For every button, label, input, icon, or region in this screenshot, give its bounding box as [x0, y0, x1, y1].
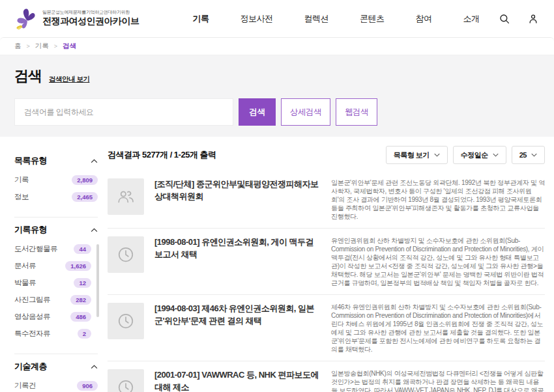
- facet-item[interactable]: 영상음성류 486: [14, 312, 91, 322]
- result-thumbnail: [108, 369, 144, 392]
- breadcrumb-home[interactable]: 홈: [14, 42, 22, 51]
- result-summary: 검색결과 5277개 / 1-25개 출력: [108, 149, 216, 161]
- butterfly-logo-icon: [14, 7, 38, 31]
- nav-item-collections[interactable]: 컬렉션: [289, 8, 345, 30]
- breadcrumb-records[interactable]: 기록: [35, 42, 49, 51]
- top-header: 일본군성노예제문제를기억하고연대하기위한 전쟁과여성인권아카이브 기록 정보사전…: [0, 0, 554, 37]
- facet-section-record-type: 기록유형 도서간행물류 44 문서류 1,626 박물류 12: [14, 217, 98, 354]
- result-title[interactable]: [2001-07-01] VAWWRAC 등, NHK 편파보도에 대해 제소: [154, 369, 321, 392]
- result-row: [2001-07-01] VAWWRAC 등, NHK 편파보도에 대해 제소 …: [108, 361, 545, 392]
- people-icon: [116, 187, 136, 206]
- result-thumbnail: [108, 236, 144, 273]
- breadcrumb-separator: >: [54, 43, 57, 49]
- clock-icon: [116, 245, 136, 264]
- advanced-search-button[interactable]: 상세검색: [281, 98, 330, 126]
- breadcrumb-search[interactable]: 검색: [63, 42, 76, 51]
- breadcrumb-separator: >: [27, 43, 30, 49]
- facet-item[interactable]: 문서류 1,626: [14, 261, 91, 271]
- facet-sidebar: 목록유형 기록 2,809 정보 2,465 기록유형: [14, 148, 98, 392]
- nav-item-about[interactable]: 소개: [448, 8, 495, 30]
- breadcrumb: 홈 > 기록 > 검색: [0, 37, 554, 55]
- count-badge: 12: [74, 278, 91, 288]
- facet-header-record-type[interactable]: 기록유형: [14, 224, 98, 236]
- view-mode-select[interactable]: 목록형 보기: [386, 146, 448, 164]
- search-section: 검색 검색안내 보기 검색 상세검색 웹검색: [0, 55, 554, 137]
- facet-header-list-type[interactable]: 목록유형: [14, 155, 98, 167]
- clock-icon: [116, 311, 136, 331]
- result-title[interactable]: [조직/단체] 종군위안부및태평양전쟁피해자보상대책위원회: [154, 178, 321, 221]
- sort-order-select[interactable]: 수정일순: [453, 146, 506, 164]
- facet-scrollbar[interactable]: [96, 244, 99, 317]
- search-guide-link[interactable]: 검색안내 보기: [49, 75, 89, 86]
- count-badge: 1,626: [65, 261, 91, 271]
- main-nav: 기록 정보사전 컬렉션 콘텐츠 참여 소개: [177, 8, 495, 30]
- result-thumbnail: [108, 303, 144, 339]
- count-badge: 2: [78, 329, 91, 339]
- nav-item-dictionary[interactable]: 정보사전: [225, 8, 289, 30]
- chevron-up-icon: [91, 228, 98, 232]
- facet-section-description-level: 기술계층 기록건 906 기록철 42 아이템세트 357: [14, 354, 98, 392]
- facet-item[interactable]: 기록건 906: [14, 381, 98, 391]
- count-badge: 2,809: [72, 175, 98, 185]
- chevron-down-icon: [531, 153, 537, 157]
- user-icon[interactable]: [527, 12, 540, 25]
- count-badge: 906: [77, 381, 98, 391]
- facet-item[interactable]: 특수전자류 2: [14, 329, 91, 339]
- count-badge: 44: [74, 244, 91, 254]
- result-description: 제46차 유엔인권위원회 산하 차별방지 및 소수자보호에 관한 소위원회(Su…: [331, 303, 545, 354]
- facet-section-list-type: 목록유형 기록 2,809 정보 2,465: [14, 148, 98, 217]
- result-description: 일본군'위안부'문제 관련 조선노동당 외곽단체. 1992년 북한 정부관계자…: [331, 178, 545, 221]
- result-title[interactable]: [1994-08-03] 제46차 유엔인권소위원회, 일본군'위안부'문제 관…: [154, 303, 321, 354]
- result-thumbnail: [108, 178, 144, 215]
- result-title[interactable]: [1998-08-01] 유엔인권소위원회, 게이 맥두걸 보고서 채택: [154, 236, 321, 287]
- search-input[interactable]: [14, 98, 233, 126]
- result-description: 유엔인권위원회 산하 차별방지 및 소수자보호에 관한 소위원회(Sub-Com…: [331, 236, 545, 287]
- nav-item-participation[interactable]: 참여: [400, 8, 448, 30]
- page-size-select[interactable]: 25: [512, 146, 545, 164]
- page-title: 검색: [14, 66, 42, 86]
- count-badge: 2,465: [72, 192, 98, 202]
- facet-header-description-level[interactable]: 기술계층: [14, 361, 98, 372]
- search-button[interactable]: 검색: [239, 98, 276, 126]
- result-row: [1998-08-01] 유엔인권소위원회, 게이 맥두걸 보고서 채택 유엔인…: [108, 229, 545, 295]
- search-icon[interactable]: [498, 12, 511, 25]
- logo-tagline: 일본군성노예제문제를기억하고연대하기위한: [42, 10, 139, 16]
- nav-item-contents[interactable]: 콘텐츠: [344, 8, 400, 30]
- facet-item[interactable]: 도서간행물류 44: [14, 244, 91, 254]
- result-row: [조직/단체] 종군위안부및태평양전쟁피해자보상대책위원회 일본군'위안부'문제…: [108, 171, 545, 229]
- site-logo[interactable]: 일본군성노예제문제를기억하고연대하기위한 전쟁과여성인권아카이브: [14, 7, 139, 31]
- logo-title: 전쟁과여성인권아카이브: [42, 16, 139, 27]
- facet-item[interactable]: 사진그림류 282: [14, 295, 91, 305]
- chevron-up-icon: [91, 365, 98, 369]
- clock-icon: [116, 378, 136, 392]
- count-badge: 486: [70, 312, 91, 322]
- count-badge: 282: [70, 295, 91, 305]
- chevron-up-icon: [91, 159, 98, 163]
- chevron-down-icon: [493, 153, 499, 157]
- web-search-button[interactable]: 웹검색: [336, 98, 377, 126]
- nav-item-records[interactable]: 기록: [177, 8, 225, 30]
- result-row: [1994-08-03] 제46차 유엔인권소위원회, 일본군'위안부'문제 관…: [108, 295, 545, 361]
- result-description: 일본방송협회(NHK)의 여성국제전범법정 다큐멘터리 <전쟁을 어떻게 심판할…: [331, 369, 545, 392]
- facet-item[interactable]: 정보 2,465: [14, 192, 98, 202]
- facet-item[interactable]: 기록 2,809: [14, 175, 98, 185]
- search-results: 검색결과 5277개 / 1-25개 출력 목록형 보기 수정일순 25: [108, 145, 545, 392]
- chevron-down-icon: [434, 153, 440, 157]
- facet-item[interactable]: 박물류 12: [14, 278, 91, 288]
